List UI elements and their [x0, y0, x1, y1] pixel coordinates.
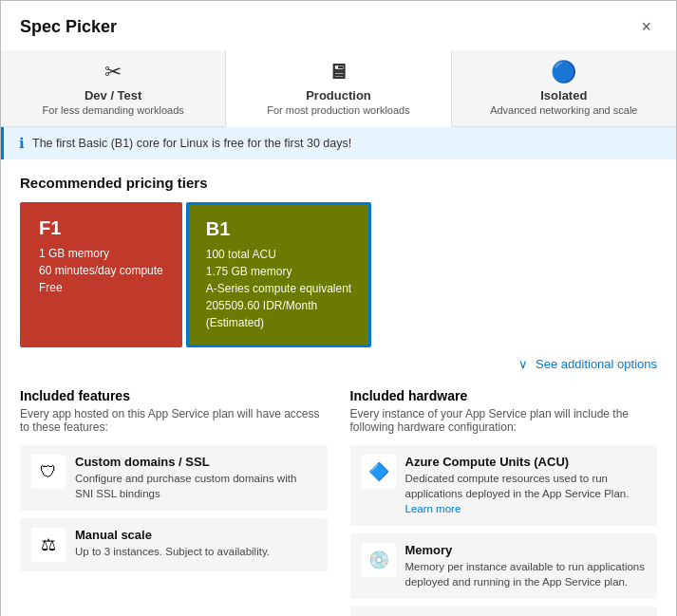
wrench-icon: ✂: [104, 60, 122, 84]
tab-isolated-label: Isolated: [540, 88, 587, 103]
info-banner: ℹ The first Basic (B1) core for Linux is…: [1, 127, 676, 159]
feature-custom-domains-title: Custom domains / SSL: [75, 455, 316, 469]
modal-title: Spec Picker: [20, 17, 117, 37]
tab-isolated[interactable]: 🔵 Isolated Advanced networking and scale: [452, 50, 676, 126]
spec-picker-modal: Spec Picker × ✂ Dev / Test For less dema…: [0, 0, 677, 616]
hardware-title: Included hardware: [350, 388, 658, 403]
hardware-acu-title: Azure Compute Units (ACU): [405, 455, 647, 469]
hardware-column: Included hardware Every instance of your…: [350, 388, 658, 616]
tier-b1[interactable]: B1 100 total ACU1.75 GB memoryA-Series c…: [186, 202, 371, 347]
feature-manual-scale-text: Manual scale Up to 3 instances. Subject …: [75, 528, 270, 559]
feature-custom-domains-desc: Configure and purchase custom domains wi…: [75, 471, 316, 501]
pricing-tiers: F1 1 GB memory60 minutes/day computeFree…: [20, 202, 657, 347]
features-column: Included features Every app hosted on th…: [20, 388, 328, 616]
feature-manual-scale-desc: Up to 3 instances. Subject to availabili…: [75, 544, 270, 559]
see-additional-link[interactable]: ∨ See additional options: [518, 357, 657, 371]
tier-f1-details: 1 GB memory60 minutes/day computeFree: [39, 245, 163, 296]
recommended-section-title: Recommended pricing tiers: [20, 175, 657, 191]
memory-icon: 💿: [362, 543, 396, 577]
info-banner-text: The first Basic (B1) core for Linux is f…: [32, 137, 351, 150]
tier-b1-name: B1: [206, 218, 231, 240]
features-subtitle: Every app hosted on this App Service pla…: [20, 407, 328, 434]
tab-isolated-sublabel: Advanced networking and scale: [490, 104, 637, 116]
acu-icon: 🔷: [362, 455, 396, 489]
hardware-memory-title: Memory: [405, 543, 647, 557]
modal-header: Spec Picker ×: [1, 1, 676, 47]
hardware-memory-desc: Memory per instance available to run app…: [405, 559, 647, 589]
main-content: Recommended pricing tiers F1 1 GB memory…: [1, 159, 676, 616]
tab-dev-test[interactable]: ✂ Dev / Test For less demanding workload…: [1, 50, 226, 126]
feature-manual-scale: ⚖ Manual scale Up to 3 instances. Subjec…: [20, 518, 328, 571]
tier-b1-details: 100 total ACU1.75 GB memoryA-Series comp…: [206, 246, 351, 331]
features-title: Included features: [20, 388, 328, 403]
tier-f1-name: F1: [39, 217, 61, 239]
learn-more-link[interactable]: Learn more: [405, 503, 461, 514]
tab-production[interactable]: 🖥 Production For most production workloa…: [226, 50, 451, 127]
feature-custom-domains: 🛡 Custom domains / SSL Configure and pur…: [20, 445, 328, 511]
tab-dev-test-label: Dev / Test: [85, 88, 141, 103]
hardware-subtitle: Every instance of your App Service plan …: [350, 407, 658, 434]
tab-production-sublabel: For most production workloads: [267, 104, 409, 116]
manual-scale-icon: ⚖: [31, 528, 66, 562]
hardware-acu: 🔷 Azure Compute Units (ACU) Dedicated co…: [350, 445, 658, 526]
feature-custom-domains-text: Custom domains / SSL Configure and purch…: [75, 455, 316, 501]
tab-dev-test-sublabel: For less demanding workloads: [43, 104, 184, 116]
hardware-acu-text: Azure Compute Units (ACU) Dedicated comp…: [405, 455, 647, 516]
hardware-memory-text: Memory Memory per instance available to …: [405, 543, 647, 589]
hardware-memory: 💿 Memory Memory per instance available t…: [350, 533, 658, 599]
hardware-acu-desc: Dedicated compute resources used to run …: [405, 471, 647, 516]
isolated-icon: 🔵: [551, 60, 576, 84]
see-additional-options: ∨ See additional options: [20, 357, 657, 371]
chevron-down-icon: ∨: [518, 357, 528, 371]
tabs-row: ✂ Dev / Test For less demanding workload…: [1, 50, 676, 127]
info-icon: ℹ: [19, 135, 25, 152]
tab-production-label: Production: [306, 88, 371, 103]
hardware-storage: 📦 Storage 10 GB disk storage shared by a…: [350, 607, 658, 616]
close-button[interactable]: ×: [635, 16, 657, 37]
custom-domains-icon: 🛡: [31, 455, 66, 489]
feature-manual-scale-title: Manual scale: [75, 528, 270, 542]
production-icon: 🖥: [328, 60, 348, 84]
tier-f1[interactable]: F1 1 GB memory60 minutes/day computeFree: [20, 202, 182, 347]
features-hardware-section: Included features Every app hosted on th…: [20, 388, 657, 616]
